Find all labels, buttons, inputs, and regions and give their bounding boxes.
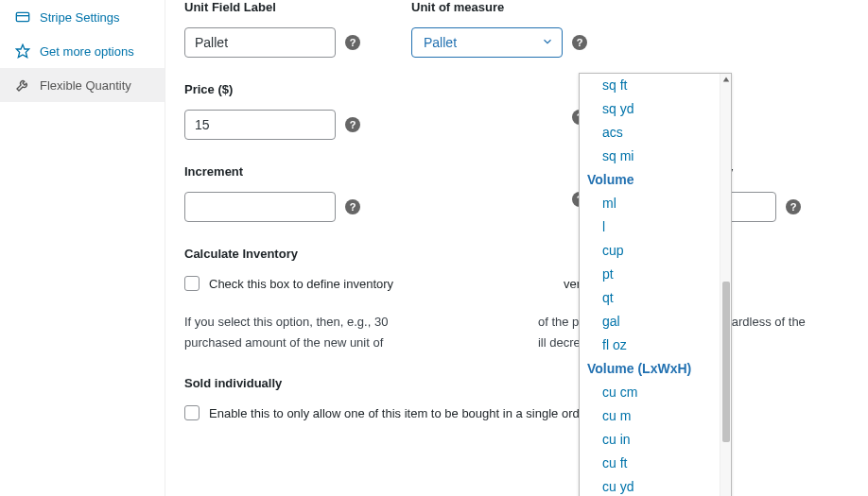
settings-panel: Unit Field Label ? Unit of measure Palle… <box>165 0 868 496</box>
dropdown-option[interactable]: cu yd <box>580 475 720 496</box>
increment-input[interactable] <box>184 192 336 222</box>
sold-individually-heading: Sold individually <box>184 376 849 390</box>
sidebar-item-get-more-options[interactable]: Get more options <box>0 34 165 68</box>
scrollbar[interactable] <box>720 74 731 496</box>
price-input[interactable] <box>184 110 336 140</box>
dropdown-option[interactable]: sq yd <box>580 97 720 121</box>
dropdown-option[interactable]: cu cm <box>580 381 720 404</box>
scroll-thumb[interactable] <box>722 282 730 442</box>
unit-of-measure-heading: Unit of measure <box>411 0 587 14</box>
dropdown-option[interactable]: qt <box>580 286 720 310</box>
svg-rect-0 <box>16 12 28 21</box>
chevron-down-icon <box>541 35 554 51</box>
dropdown-option[interactable]: ml <box>580 192 720 215</box>
help-icon[interactable]: ? <box>345 117 360 132</box>
dropdown-group: Volume <box>580 168 720 192</box>
dropdown-list: sq ftsq ydacssq miVolumemllcupptqtgalfl … <box>580 74 720 496</box>
sidebar-item-label: Stripe Settings <box>40 10 120 25</box>
dropdown-option[interactable]: gal <box>580 310 720 334</box>
price-heading: Price ($) <box>184 82 373 96</box>
card-icon <box>15 9 30 25</box>
help-icon[interactable]: ? <box>345 35 360 50</box>
sold-individually-label: Enable this to only allow one of this it… <box>209 406 593 420</box>
wrench-icon <box>15 77 30 93</box>
unit-of-measure-select[interactable]: Pallet <box>411 27 563 58</box>
settings-sidebar: Stripe Settings Get more options Flexibl… <box>0 0 165 496</box>
dropdown-option[interactable]: sq ft <box>580 74 720 97</box>
help-icon[interactable]: ? <box>572 35 587 50</box>
calculate-inventory-description: If you select this option, then, e.g., 3… <box>184 312 849 353</box>
dropdown-option[interactable]: acs <box>580 121 720 145</box>
dropdown-option[interactable]: cu in <box>580 428 720 452</box>
dropdown-option[interactable]: cup <box>580 239 720 263</box>
svg-marker-3 <box>722 77 728 82</box>
calculate-inventory-checkbox[interactable] <box>184 276 200 291</box>
dropdown-group: Volume (LxWxH) <box>580 357 720 381</box>
unit-field-label-heading: Unit Field Label <box>184 0 373 14</box>
dropdown-option[interactable]: sq mi <box>580 145 720 168</box>
increment-heading: Increment <box>184 164 373 179</box>
unit-of-measure-value: Pallet <box>424 35 457 50</box>
sidebar-item-stripe-settings[interactable]: Stripe Settings <box>0 0 165 34</box>
help-icon[interactable]: ? <box>786 199 801 214</box>
unit-field-label-input[interactable] <box>184 27 336 58</box>
svg-marker-2 <box>16 44 28 57</box>
sidebar-item-label: Flexible Quantity <box>40 78 131 93</box>
sidebar-item-label: Get more options <box>40 44 134 59</box>
unit-of-measure-dropdown[interactable]: sq ftsq ydacssq miVolumemllcupptqtgalfl … <box>579 73 732 496</box>
sidebar-item-flexible-quantity[interactable]: Flexible Quantity <box>0 68 165 102</box>
dropdown-option[interactable]: l <box>580 215 720 239</box>
sold-individually-checkbox[interactable] <box>184 405 200 420</box>
dropdown-option[interactable]: cu ft <box>580 452 720 475</box>
star-icon <box>15 43 30 59</box>
calculate-inventory-heading: Calculate Inventory <box>184 247 849 261</box>
dropdown-option[interactable]: cu m <box>580 404 720 428</box>
scroll-up-arrow-icon[interactable] <box>720 74 731 85</box>
dropdown-option[interactable]: fl oz <box>580 334 720 357</box>
dropdown-option[interactable]: pt <box>580 263 720 286</box>
help-icon[interactable]: ? <box>345 199 360 214</box>
